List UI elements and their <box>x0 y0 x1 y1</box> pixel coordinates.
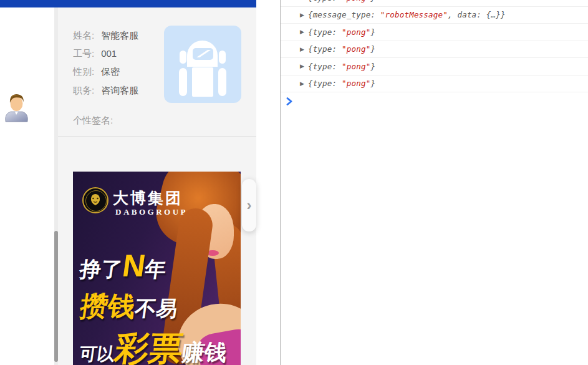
expand-triangle-icon[interactable]: ▶ <box>300 80 304 87</box>
ad-slogan-line3: 可以彩票赚钱 <box>78 331 230 365</box>
robot-avatar <box>164 26 241 103</box>
profile-field-name: 姓名:智能客服 <box>73 30 138 42</box>
console-log-row[interactable]: ▶ {type: "pong"} <box>281 24 588 41</box>
console-log-row[interactable]: ▶ {type: "pong"} <box>281 75 588 93</box>
ad-brand-name-en: DABOGROUP <box>115 207 188 217</box>
robot-icon <box>164 26 241 103</box>
expand-triangle-icon[interactable]: ▶ <box>300 29 304 35</box>
profile-panel: 姓名:智能客服 工号:001 性别:保密 职务:咨询客服 个性签名: <box>58 7 256 365</box>
ad-banner[interactable]: 大博集团 DABOGROUP 挣了N年 攒钱不易 可以彩票赚钱 <box>73 172 241 365</box>
field-label: 工号: <box>73 48 94 59</box>
ad-slogan-line2: 攒钱不易 <box>79 293 180 320</box>
field-label: 职务: <box>73 85 94 95</box>
field-value: 001 <box>101 48 117 59</box>
left-sidebar <box>0 7 54 365</box>
person-avatar-icon[interactable] <box>4 92 29 123</box>
console-object-preview: {type: "pong"} <box>308 27 375 37</box>
console-log-row[interactable]: ▶ {type: "pong"} <box>281 0 588 7</box>
expand-triangle-icon[interactable]: ▶ <box>300 46 304 52</box>
screen: 姓名:智能客服 工号:001 性别:保密 职务:咨询客服 个性签名: <box>0 0 588 365</box>
console-object-preview: {message_type: "robotMessage", data: {…}… <box>308 10 506 19</box>
expand-triangle-icon[interactable]: ▶ <box>300 63 304 69</box>
console-log-row[interactable]: ▶ {type: "pong"} <box>281 58 588 75</box>
console-log-row[interactable]: ▶ {message_type: "robotMessage", data: {… <box>281 7 588 24</box>
profile-field-gender: 性别:保密 <box>73 66 120 79</box>
ad-slogan-line1: 挣了N年 <box>78 250 168 281</box>
profile-field-role: 职务:咨询客服 <box>73 85 138 97</box>
console-log-row[interactable]: ▶ {type: "pong"} <box>281 41 588 59</box>
chevron-right-icon: › <box>247 197 252 214</box>
profile-field-id: 工号:001 <box>73 48 117 61</box>
console-object-preview: {type: "pong"} <box>308 79 375 88</box>
field-label: 姓名: <box>73 30 94 41</box>
field-value: 保密 <box>101 66 120 77</box>
signature-label: 个性签名: <box>73 115 113 127</box>
field-value: 咨询客服 <box>101 85 138 95</box>
field-label: 性别: <box>73 66 94 77</box>
field-value: 智能客服 <box>101 30 138 41</box>
divider <box>58 136 256 137</box>
console-object-preview: {type: "pong"} <box>308 62 375 71</box>
devtools-console-panel: ▶ {type: "pong"} ▶ {message_type: "robot… <box>280 0 588 365</box>
expand-triangle-icon[interactable]: ▶ <box>300 12 304 18</box>
expand-triangle-icon[interactable]: ▶ <box>300 0 304 1</box>
console-object-preview: {type: "pong"} <box>308 44 375 54</box>
console-prompt-icon <box>286 97 293 105</box>
ad-brand-name: 大博集团 <box>113 188 183 208</box>
page-top-bar <box>0 0 256 7</box>
console-input[interactable] <box>281 92 588 110</box>
carousel-next-button[interactable]: › <box>242 179 256 231</box>
console-object-preview: {type: "pong"} <box>308 0 375 2</box>
brand-emblem-icon <box>82 187 108 213</box>
